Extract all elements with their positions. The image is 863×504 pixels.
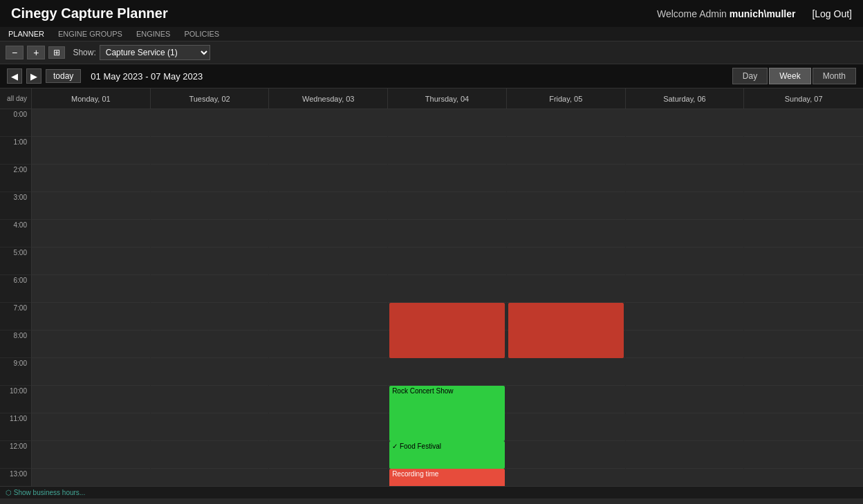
event-rock-concert[interactable]: Rock Concert Show: [389, 386, 505, 441]
day-col-0: [32, 109, 151, 486]
plus-button[interactable]: +: [27, 46, 45, 59]
event-red-fri-7[interactable]: [508, 303, 624, 358]
nav-engines[interactable]: ENGINES: [136, 30, 171, 38]
day-header-6: Sunday, 07: [744, 88, 863, 109]
time-12: 12:00: [0, 441, 31, 469]
grid-button[interactable]: ⊞: [48, 46, 65, 59]
time-2: 2:00: [0, 165, 31, 192]
view-month-btn[interactable]: Month: [813, 68, 856, 84]
day-header-5: Saturday, 06: [626, 88, 745, 109]
day-header-2: Wednesday, 03: [269, 88, 388, 109]
allday-label: all day: [0, 88, 31, 109]
time-8: 8:00: [0, 330, 31, 358]
view-week-btn[interactable]: Week: [769, 68, 810, 84]
day-col-3: Rock Concert Show ✓ Food Festival Record…: [388, 109, 507, 486]
day-header-0: Monday, 01: [32, 88, 151, 109]
nav-bar: PLANNER ENGINE GROUPS ENGINES POLICIES: [0, 27, 863, 41]
day-col-1: [151, 109, 270, 486]
time-3: 3:00: [0, 192, 31, 220]
nav-planner[interactable]: PLANNER: [8, 30, 44, 38]
app-title: Cinegy Capture Planner: [11, 6, 168, 21]
event-recording-time[interactable]: Recording time: [389, 469, 505, 486]
prev-arrow[interactable]: ◀: [7, 68, 22, 84]
cal-header-bar: ◀ ▶ today 01 May 2023 - 07 May 2023 Day …: [0, 64, 863, 88]
time-4: 4:00: [0, 220, 31, 248]
time-11: 11:00: [0, 413, 31, 441]
date-range: 01 May 2023 - 07 May 2023: [91, 71, 203, 82]
event-food-festival[interactable]: ✓ Food Festival: [389, 441, 505, 469]
nav-engine-groups[interactable]: ENGINE GROUPS: [58, 30, 122, 38]
time-column: all day 0:00 1:00 2:00 3:00 4:00 5:00 6:…: [0, 88, 32, 486]
today-button[interactable]: today: [46, 69, 81, 83]
view-buttons: Day Week Month: [732, 68, 856, 84]
time-10: 10:00: [0, 386, 31, 413]
event-red-thu-7[interactable]: [389, 303, 505, 358]
day-headers: Monday, 01 Tuesday, 02 Wednesday, 03 Thu…: [32, 88, 863, 109]
time-6: 6:00: [0, 275, 31, 303]
top-header: Cinegy Capture Planner Welcome Admin mun…: [0, 0, 863, 27]
day-col-4: ↺ News ↺ Fashion Channel ✎ ↺ Talk Show: [507, 109, 626, 486]
logout-link[interactable]: [Log Out]: [812, 8, 852, 19]
time-5: 5:00: [0, 248, 31, 275]
day-header-3: Thursday, 04: [388, 88, 507, 109]
view-day-btn[interactable]: Day: [732, 68, 768, 84]
show-select[interactable]: Capture Service (1): [100, 45, 210, 60]
day-columns: News Ukrainian cuisine Reality show Rock…: [32, 109, 863, 486]
show-label: Show:: [73, 48, 95, 57]
time-1: 1:00: [0, 137, 31, 165]
day-header-4: Friday, 05: [507, 88, 626, 109]
bottom-bar[interactable]: ⬡ Show business hours...: [0, 486, 863, 498]
calendar-container: all day 0:00 1:00 2:00 3:00 4:00 5:00 6:…: [0, 88, 863, 486]
day-col-6: ↺ News ↺ Fashion Channel ✎ ↺ Talk Show: [744, 109, 863, 486]
grid-area: Monday, 01 Tuesday, 02 Wednesday, 03 Thu…: [32, 88, 863, 486]
day-col-2: News Ukrainian cuisine Reality show: [269, 109, 388, 486]
welcome-text: Welcome Admin munich\muller: [657, 8, 795, 19]
time-0: 0:00: [0, 109, 31, 137]
toolbar: − + ⊞ Show: Capture Service (1): [0, 41, 863, 64]
time-9: 9:00: [0, 358, 31, 386]
next-arrow[interactable]: ▶: [26, 68, 41, 84]
day-header-1: Tuesday, 02: [151, 88, 270, 109]
nav-policies[interactable]: POLICIES: [184, 30, 219, 38]
minus-button[interactable]: −: [6, 46, 24, 59]
time-7: 7:00: [0, 303, 31, 330]
day-col-5: ↺ News ↺ Fashion Channel ✎ ↺ Talk Show: [626, 109, 745, 486]
time-13: 13:00: [0, 469, 31, 486]
